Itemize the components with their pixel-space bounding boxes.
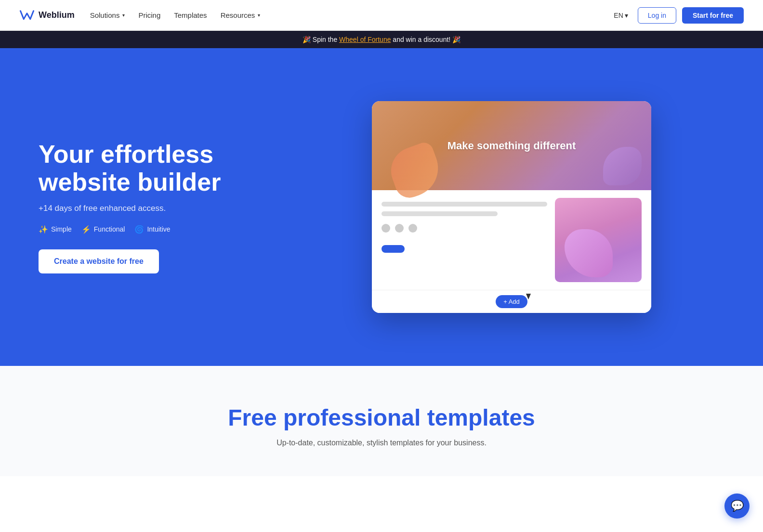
hero-title: Your effortless website builder bbox=[39, 141, 270, 195]
badge-intuitive-label: Intuitive bbox=[147, 225, 170, 233]
promo-text-after: and win a discount! 🎉 bbox=[391, 36, 460, 43]
logo[interactable]: Weblium bbox=[19, 10, 75, 21]
mockup-shape bbox=[565, 229, 613, 277]
nav-templates[interactable]: Templates bbox=[174, 11, 207, 19]
hero-badges: ✨ Simple ⚡ Functional 🌀 Intuitive bbox=[39, 225, 270, 234]
chevron-down-icon: ▾ bbox=[122, 13, 125, 18]
mockup-dot-2 bbox=[395, 224, 404, 233]
website-mockup: Make something different bbox=[372, 101, 651, 313]
wheel-of-fortune-link[interactable]: Wheel of Fortune bbox=[339, 36, 391, 43]
mockup-dot-1 bbox=[382, 224, 390, 233]
nav-resources[interactable]: Resources ▾ bbox=[221, 11, 261, 19]
hero-visual: Make something different bbox=[270, 101, 734, 313]
navbar-left: Weblium Solutions ▾ Pricing Templates Re… bbox=[19, 10, 260, 21]
promo-text-before: 🎉 Spin the bbox=[303, 36, 339, 43]
mockup-text-line-1 bbox=[382, 202, 547, 207]
badge-functional: ⚡ Functional bbox=[81, 225, 125, 234]
mockup-side-image bbox=[555, 198, 642, 282]
language-selector[interactable]: EN ▾ bbox=[610, 9, 631, 22]
mockup-dot-3 bbox=[408, 224, 417, 233]
templates-section-title: Free professional templates bbox=[29, 404, 734, 431]
logo-text: Weblium bbox=[39, 10, 75, 20]
navbar: Weblium Solutions ▾ Pricing Templates Re… bbox=[0, 0, 763, 31]
weblium-logo-icon bbox=[19, 10, 35, 21]
nav-links: Solutions ▾ Pricing Templates Resources … bbox=[90, 11, 261, 19]
mockup-text-area bbox=[382, 198, 547, 305]
mockup-action-button[interactable] bbox=[382, 245, 405, 253]
nav-solutions[interactable]: Solutions ▾ bbox=[90, 11, 125, 19]
mockup-bottom-bar: + Add bbox=[372, 290, 651, 313]
badge-simple-label: Simple bbox=[51, 225, 72, 233]
abstract-shape-2 bbox=[603, 147, 642, 185]
templates-section: Free professional templates Up-to-date, … bbox=[0, 366, 763, 476]
sparkles-icon: ✨ bbox=[39, 225, 48, 234]
chevron-down-icon-lang: ▾ bbox=[625, 12, 628, 19]
promo-banner: 🎉 Spin the Wheel of Fortune and win a di… bbox=[0, 31, 763, 48]
cursor-icon bbox=[526, 294, 532, 302]
mockup-header-title: Make something different bbox=[447, 140, 576, 152]
login-button[interactable]: Log in bbox=[638, 7, 676, 24]
mockup-header-image: Make something different bbox=[372, 101, 651, 190]
swirl-icon: 🌀 bbox=[134, 225, 144, 234]
mockup-add-section-button[interactable]: + Add bbox=[496, 295, 527, 308]
mockup-dots bbox=[382, 224, 547, 233]
badge-functional-label: Functional bbox=[94, 225, 125, 233]
start-for-free-button[interactable]: Start for free bbox=[682, 7, 744, 24]
hero-section: Your effortless website builder +14 days… bbox=[0, 48, 763, 366]
navbar-right: EN ▾ Log in Start for free bbox=[610, 7, 744, 24]
badge-intuitive: 🌀 Intuitive bbox=[134, 225, 170, 234]
create-website-button[interactable]: Create a website for free bbox=[39, 249, 159, 273]
lightning-icon: ⚡ bbox=[81, 225, 91, 234]
hero-content: Your effortless website builder +14 days… bbox=[39, 141, 270, 273]
nav-pricing[interactable]: Pricing bbox=[138, 11, 160, 19]
templates-section-subtitle: Up-to-date, customizable, stylish templa… bbox=[29, 439, 734, 447]
badge-simple: ✨ Simple bbox=[39, 225, 72, 234]
hero-subtitle: +14 days of free enhanced access. bbox=[39, 204, 270, 213]
mockup-text-line-2 bbox=[382, 211, 498, 216]
chevron-down-icon-2: ▾ bbox=[258, 13, 260, 18]
